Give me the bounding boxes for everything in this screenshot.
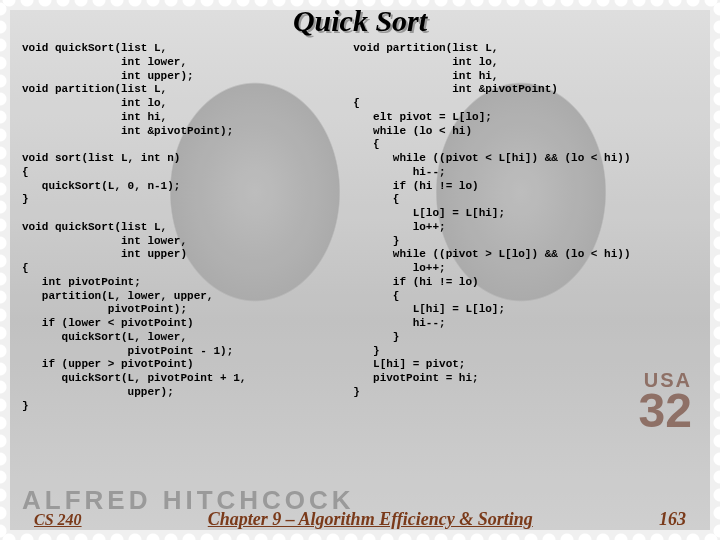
code-right: void partition(list L, int lo, int hi, i… (353, 42, 698, 498)
page-title: Quick Sort (0, 4, 720, 38)
footer-page: 163 (659, 509, 686, 530)
footer: CS 240 Chapter 9 – Algorithm Efficiency … (0, 509, 720, 530)
footer-course: CS 240 (34, 511, 82, 529)
slide: ALFRED HITCHCOCK USA 32 Quick Sort void … (0, 0, 720, 540)
code-area: void quickSort(list L, int lower, int up… (22, 42, 698, 498)
footer-chapter: Chapter 9 – Algorithm Efficiency & Sorti… (208, 509, 533, 530)
code-left: void quickSort(list L, int lower, int up… (22, 42, 347, 498)
